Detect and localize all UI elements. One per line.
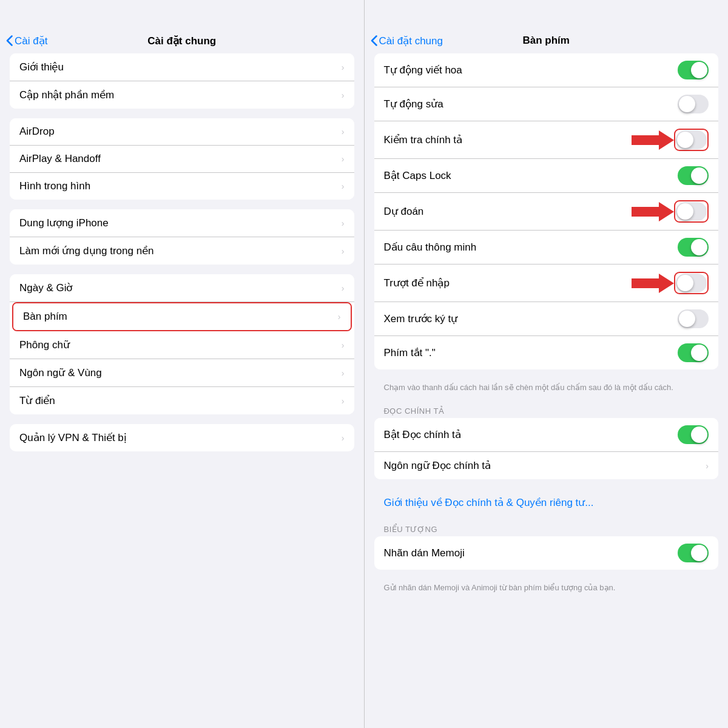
left-title: Cài đặt chung [147, 35, 216, 47]
left-item-gioi-thieu[interactable]: Giới thiệu › [10, 53, 354, 81]
red-arrow-du-doan [632, 201, 674, 223]
chevron-icon: › [342, 340, 345, 350]
left-back-button[interactable]: Cài đặt [6, 35, 47, 47]
chevron-icon: › [342, 433, 345, 443]
toggle-dau-cau-thong-minh[interactable] [678, 238, 709, 257]
left-item-airplay[interactable]: AirPlay & Handoff › [10, 146, 354, 173]
left-item-airdrop[interactable]: AirDrop › [10, 118, 354, 146]
right-row-bat-doc-chinh-ta[interactable]: Bật Đọc chính tả [374, 418, 719, 452]
left-item-ban-phim[interactable]: Bàn phím › [13, 303, 351, 330]
toggle-highlight-du-doan [674, 200, 709, 223]
right-content: Tự động viết hoa Tự động sửa Kiểm tra ch… [365, 53, 729, 728]
right-row-ngon-ngu-doc[interactable]: Ngôn ngữ Đọc chính tả › [374, 452, 719, 479]
toggle-bat-caps-lock[interactable] [678, 166, 709, 185]
toggle-truot-de-nhap[interactable] [676, 274, 707, 292]
left-section-3: Dung lượng iPhone › Làm mới ứng dụng tro… [10, 209, 354, 265]
toggle-kiem-tra-chinh-ta[interactable] [676, 130, 707, 149]
left-item-quan-ly-vpn[interactable]: Quản lý VPN & Thiết bị › [10, 424, 354, 451]
right-row-phim-tat[interactable]: Phím tắt "." [374, 336, 719, 369]
chevron-icon: › [342, 181, 345, 191]
toggle-bat-doc-chinh-ta[interactable] [678, 425, 709, 444]
toggle-xem-truoc[interactable] [678, 309, 709, 328]
right-header: Cài đặt chung Bàn phím [365, 0, 729, 53]
right-row-nhan-dan-memoji[interactable]: Nhãn dán Memoji [374, 536, 719, 570]
chevron-icon: › [342, 368, 345, 378]
left-item-tu-dien[interactable]: Từ điển › [10, 387, 354, 414]
doc-chinh-ta-link[interactable]: Giới thiệu về Đọc chính tả & Quyền riêng… [374, 489, 719, 516]
svg-marker-0 [632, 130, 674, 150]
left-section-5: Quản lý VPN & Thiết bị › [10, 424, 354, 451]
toggle-highlight-truot-de-nhap [674, 272, 709, 294]
chevron-icon: › [706, 461, 709, 471]
footnote-memoji: Gửi nhãn dán Memoji và Animoji từ bàn ph… [374, 579, 719, 598]
right-row-dau-cau-thong-minh[interactable]: Dấu câu thông minh [374, 231, 719, 265]
red-arrow-kiem-tra [632, 129, 674, 151]
toggle-tu-dong-viet-hoa[interactable] [678, 61, 709, 79]
right-row-tu-dong-viet-hoa[interactable]: Tự động viết hoa [374, 53, 719, 87]
left-item-lam-moi[interactable]: Làm mới ứng dụng trong nền › [10, 237, 354, 265]
left-content: Giới thiệu › Cập nhật phần mềm › AirDrop… [0, 53, 364, 728]
left-item-hinh-trong-hinh[interactable]: Hình trong hình › [10, 173, 354, 200]
left-item-phong-chu[interactable]: Phông chữ › [10, 331, 354, 359]
right-back-button[interactable]: Cài đặt chung [371, 35, 443, 47]
chevron-icon: › [342, 62, 345, 72]
right-title: Bàn phím [523, 35, 570, 47]
chevron-icon: › [342, 154, 345, 164]
left-panel: Cài đặt Cài đặt chung Giới thiệu › Cập n… [0, 0, 364, 728]
right-section-keyboard: Tự động viết hoa Tự động sửa Kiểm tra ch… [374, 53, 719, 369]
toggle-du-doan[interactable] [676, 202, 707, 221]
right-section-doc-chinh-ta: Bật Đọc chính tả Ngôn ngữ Đọc chính tả › [374, 418, 719, 479]
left-item-ban-phim-highlight: Bàn phím › [12, 302, 352, 331]
right-row-bat-caps-lock[interactable]: Bật Caps Lock [374, 159, 719, 193]
right-row-tu-dong-sua[interactable]: Tự động sửa [374, 87, 719, 121]
left-item-ngay-gio[interactable]: Ngày & Giờ › [10, 274, 354, 302]
footnote-period: Chạm vào thanh dấu cách hai lần sẽ chèn … [374, 379, 719, 398]
chevron-icon: › [342, 90, 345, 100]
chevron-icon: › [338, 312, 341, 322]
chevron-icon: › [342, 218, 345, 228]
chevron-icon: › [342, 127, 345, 136]
section-label-bieu-tuong: BIỂU TƯỢNG [374, 521, 719, 536]
left-section-4: Ngày & Giờ › Bàn phím › Phông chữ › Ngôn… [10, 274, 354, 414]
left-item-cap-nhat[interactable]: Cập nhật phần mềm › [10, 81, 354, 109]
right-row-truot-de-nhap[interactable]: Trượt để nhập [374, 265, 719, 302]
chevron-icon: › [342, 246, 345, 256]
right-row-kiem-tra-chinh-ta[interactable]: Kiểm tra chính tả [374, 121, 719, 159]
chevron-icon: › [342, 283, 345, 293]
left-header: Cài đặt Cài đặt chung [0, 0, 364, 53]
svg-marker-2 [632, 274, 674, 293]
svg-marker-1 [632, 202, 674, 221]
red-arrow-truot-de-nhap [632, 272, 674, 294]
left-section-1: Giới thiệu › Cập nhật phần mềm › [10, 53, 354, 109]
toggle-highlight-kiem-tra [674, 129, 709, 151]
left-item-ngon-ngu[interactable]: Ngôn ngữ & Vùng › [10, 359, 354, 387]
section-label-doc-chinh-ta: ĐỌC CHÍNH TẢ [374, 403, 719, 418]
right-row-xem-truoc[interactable]: Xem trước ký tự [374, 302, 719, 336]
left-item-dung-luong[interactable]: Dung lượng iPhone › [10, 209, 354, 237]
right-panel: Cài đặt chung Bàn phím Tự động viết hoa … [365, 0, 729, 728]
toggle-nhan-dan-memoji[interactable] [678, 544, 709, 562]
toggle-phim-tat[interactable] [678, 343, 709, 362]
chevron-icon: › [342, 396, 345, 406]
right-section-bieu-tuong: Nhãn dán Memoji [374, 536, 719, 570]
toggle-tu-dong-sua[interactable] [678, 95, 709, 113]
right-row-du-doan[interactable]: Dự đoán [374, 193, 719, 231]
left-section-2: AirDrop › AirPlay & Handoff › Hình trong… [10, 118, 354, 200]
